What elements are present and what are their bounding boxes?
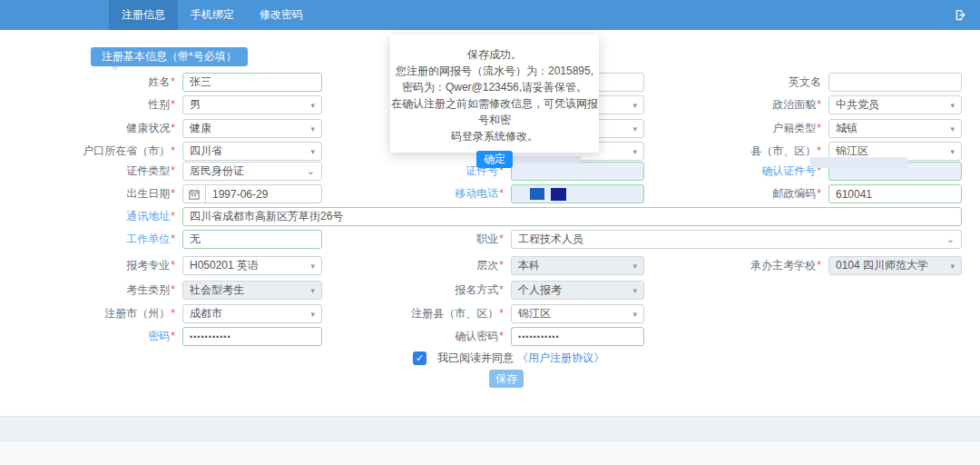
caret-down-icon: ▾ — [632, 310, 637, 319]
occupation-label: 职业* — [363, 230, 511, 249]
english-name-label: 英文名 — [681, 73, 828, 92]
field-id-type-row: 证件类型* 居民身份证⌄ — [41, 162, 322, 181]
field-password-confirm-row: 确认密码* ••••••••••• — [363, 327, 644, 346]
political-status-select[interactable]: 中共党员▾ — [828, 95, 962, 114]
registration-method-select: 个人报考▾ — [511, 281, 644, 300]
caret-down-icon: ▾ — [950, 101, 955, 110]
name-input[interactable]: 张三 — [182, 73, 322, 92]
calendar-addon[interactable] — [183, 185, 206, 203]
caret-down-icon: ▾ — [310, 262, 315, 271]
mobile-input[interactable] — [511, 184, 644, 203]
tab-change-password[interactable]: 修改密码 — [247, 0, 316, 30]
county-label: 县（市、区）* — [681, 142, 828, 161]
caret-down-icon: ▾ — [310, 286, 315, 295]
registration-city-select[interactable]: 成都市▾ — [182, 304, 322, 323]
confirm-button[interactable]: 确定 — [476, 151, 513, 168]
chevron-down-icon: ⌄ — [946, 233, 955, 245]
nav-tabs: 注册信息 手机绑定 修改密码 — [109, 0, 316, 30]
registration-county-select[interactable]: 锦江区▾ — [511, 304, 644, 323]
save-success-modal: 保存成功。 您注册的网报号（流水号）为：2015895, 密码为：Qwer@12… — [390, 35, 599, 153]
candidate-type-label: 考生类别* — [41, 281, 182, 300]
gender-label: 性别* — [41, 95, 182, 114]
field-gender-row: 性别* 男▾ — [41, 95, 322, 114]
modal-text: 密码为：Qwer@123456,请妥善保管。 — [390, 79, 599, 95]
field-mobile-row: 移动电话* — [363, 184, 644, 203]
modal-text: 码登录系统修改。 — [390, 128, 599, 144]
field-address-row: 通讯地址* 四川省成都市高新区芳草街26号 — [41, 207, 962, 226]
postal-code-label: 邮政编码* — [681, 184, 828, 203]
residence-province-label: 户口所在省（市）* — [41, 142, 182, 161]
field-occupation-row: 职业* 工程技术人员⌄ — [363, 230, 962, 249]
health-label: 健康状况* — [41, 119, 182, 138]
id-type-label: 证件类型* — [41, 162, 182, 181]
id-number-confirm-label: 确认证件号* — [681, 162, 828, 181]
caret-down-icon: ▾ — [950, 262, 955, 271]
birth-date-input[interactable]: 1997-06-29 — [182, 184, 322, 203]
occupation-select[interactable]: 工程技术人员⌄ — [511, 230, 962, 249]
mobile-label: 移动电话* — [363, 184, 511, 203]
badge-pointer — [111, 66, 120, 71]
agreement-row: ✓ 我已阅读并同意 《用户注册协议》 — [413, 351, 604, 365]
caret-down-icon: ▾ — [632, 124, 637, 134]
registration-city-label: 注册市（州）* — [41, 304, 182, 323]
password-confirm-input[interactable]: ••••••••••• — [511, 327, 644, 346]
residence-province-select[interactable]: 四川省▾ — [182, 142, 322, 161]
field-postal-code-row: 邮政编码* 610041 — [681, 184, 962, 203]
field-candidate-type-row: 考生类别* 社会型考生▾ — [41, 281, 322, 300]
id-type-select[interactable]: 居民身份证⌄ — [182, 162, 322, 181]
caret-down-icon: ▾ — [310, 310, 315, 319]
caret-down-icon: ▾ — [632, 147, 637, 156]
tab-registration-info[interactable]: 注册信息 — [109, 0, 178, 30]
logout-icon[interactable] — [952, 8, 965, 22]
field-registration-city-row: 注册市（州）* 成都市▾ — [41, 304, 322, 323]
employer-input[interactable]: 无 — [182, 230, 322, 249]
field-host-school-row: 承办主考学校* 0104 四川师范大学▾ — [681, 256, 962, 275]
footer-band-secondary — [0, 443, 980, 465]
employer-label: 工作单位* — [41, 230, 182, 249]
registration-page: 注册信息 手机绑定 修改密码 注册基本信息（带*号必填） 姓名* 张三 性别* … — [0, 0, 980, 465]
registration-method-label: 报名方式* — [363, 281, 511, 300]
field-password-row: 密码* ••••••••••• — [41, 327, 322, 346]
footer-band — [0, 416, 980, 442]
field-registration-method-row: 报名方式* 个人报考▾ — [363, 281, 644, 300]
address-label: 通讯地址* — [41, 207, 182, 226]
postal-code-input[interactable]: 610041 — [828, 184, 962, 203]
user-agreement-link[interactable]: 《用户注册协议》 — [517, 351, 604, 366]
password-confirm-label: 确认密码* — [363, 327, 511, 346]
name-label: 姓名* — [41, 73, 182, 92]
redaction-block — [530, 188, 544, 200]
level-select: 本科▾ — [511, 256, 644, 275]
major-select[interactable]: H050201 英语▾ — [182, 256, 322, 275]
chevron-down-icon: ⌄ — [307, 165, 315, 177]
gender-select[interactable]: 男▾ — [182, 95, 322, 114]
redaction-block — [810, 157, 907, 168]
password-label: 密码* — [41, 327, 182, 346]
household-type-label: 户籍类型* — [681, 119, 828, 138]
field-household-type-row: 户籍类型* 城镇▾ — [681, 119, 962, 138]
english-name-input[interactable] — [828, 73, 962, 92]
field-level-row: 层次* 本科▾ — [363, 256, 644, 275]
host-school-select: 0104 四川师范大学▾ — [828, 256, 962, 275]
household-type-select[interactable]: 城镇▾ — [828, 119, 962, 138]
political-status-label: 政治面貌* — [681, 95, 828, 114]
address-input[interactable]: 四川省成都市高新区芳草街26号 — [182, 207, 962, 226]
field-employer-row: 工作单位* 无 — [41, 230, 322, 249]
caret-down-icon: ▾ — [950, 124, 955, 134]
redaction-block — [551, 188, 566, 201]
birth-date-label: 出生日期* — [41, 184, 182, 203]
major-label: 报考专业* — [41, 256, 182, 275]
modal-text: 在确认注册之前如需修改信息，可凭该网报号和密 — [390, 95, 599, 128]
save-button[interactable]: 保存 — [489, 370, 524, 388]
field-birth-date-row: 出生日期* 1997-06-29 — [41, 184, 322, 203]
field-english-name-row: 英文名 — [681, 73, 962, 92]
registration-county-label: 注册县（市、区）* — [363, 304, 511, 323]
section-badge[interactable]: 注册基本信息（带*号必填） — [91, 47, 248, 66]
field-registration-county-row: 注册县（市、区）* 锦江区▾ — [363, 304, 644, 323]
tab-phone-binding[interactable]: 手机绑定 — [178, 0, 247, 30]
password-input[interactable]: ••••••••••• — [182, 327, 322, 346]
calendar-icon — [189, 189, 200, 200]
field-name-row: 姓名* 张三 — [41, 73, 322, 92]
caret-down-icon: ▾ — [310, 101, 315, 110]
agreement-checkbox[interactable]: ✓ — [413, 351, 426, 365]
health-select[interactable]: 健康▾ — [182, 119, 322, 138]
